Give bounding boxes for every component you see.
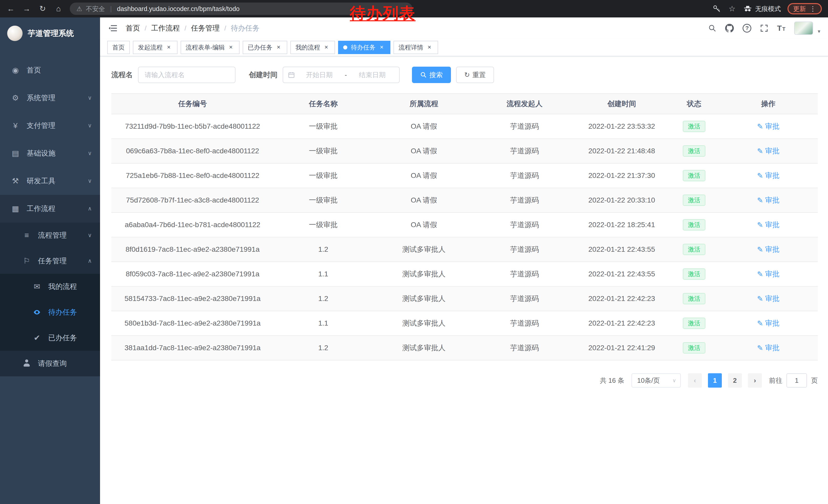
table-row: 8f0d1619-7ac8-11ec-a9e2-a2380e71991a1.2测… bbox=[111, 237, 818, 262]
edit-icon: ✎ bbox=[757, 221, 763, 229]
process-name-input[interactable] bbox=[138, 67, 236, 83]
tab-process-form-edit[interactable]: 流程表单-编辑× bbox=[180, 41, 240, 54]
person-icon bbox=[22, 359, 32, 368]
table-row: 069c6a63-7b8a-11ec-8ef0-acde48001122一级审批… bbox=[111, 139, 818, 163]
table-row: a6aba0a4-7b6d-11ec-b781-acde48001122一级审批… bbox=[111, 213, 818, 237]
prev-page-button[interactable]: ‹ bbox=[688, 373, 702, 387]
update-button[interactable]: 更新 ⋮ bbox=[787, 3, 822, 14]
forward-icon[interactable]: → bbox=[22, 5, 31, 12]
sidebar-item-leave-query[interactable]: 请假查询 bbox=[0, 351, 100, 376]
breadcrumb-current: 待办任务 bbox=[231, 23, 259, 33]
sidebar-item-process-mgmt[interactable]: ≡ 流程管理 ∨ bbox=[0, 223, 100, 248]
avatar[interactable] bbox=[794, 21, 813, 35]
tab-initiate-process[interactable]: 发起流程× bbox=[133, 41, 177, 54]
approve-link[interactable]: ✎审批 bbox=[757, 146, 779, 156]
status-badge: 激活 bbox=[683, 194, 705, 206]
search-button[interactable]: 搜索 bbox=[412, 67, 451, 83]
back-icon[interactable]: ← bbox=[6, 5, 15, 12]
breadcrumb: 首页 / 工作流程 / 任务管理 / 待办任务 bbox=[126, 23, 259, 33]
page-button-2[interactable]: 2 bbox=[728, 373, 742, 387]
close-icon[interactable]: × bbox=[275, 44, 282, 51]
tab-process-detail[interactable]: 流程详情× bbox=[394, 41, 438, 54]
tools-icon: ⚒ bbox=[10, 177, 20, 185]
chevron-down-icon: ∨ bbox=[672, 377, 676, 383]
github-icon[interactable] bbox=[725, 24, 734, 33]
chevron-down-icon: ∨ bbox=[88, 232, 92, 239]
address-bar[interactable]: ⚠ 不安全 | dashboard.yudao.iocoder.cn/bpm/t… bbox=[70, 3, 412, 15]
top-navbar: 首页 / 工作流程 / 任务管理 / 待办任务 ? bbox=[100, 17, 828, 39]
incognito-label: 无痕模式 bbox=[755, 5, 781, 13]
bookmark-star-icon[interactable]: ☆ bbox=[728, 5, 737, 12]
tab-my-processes[interactable]: 我的流程× bbox=[290, 41, 335, 54]
chevron-down-icon: ∨ bbox=[88, 95, 92, 101]
tab-home[interactable]: 首页 bbox=[107, 41, 130, 54]
sidebar-item-workflow[interactable]: ▦ 工作流程 ∧ bbox=[0, 195, 100, 223]
sidebar-item-infrastructure[interactable]: ▤ 基础设施 ∨ bbox=[0, 139, 100, 167]
browser-menu-icon[interactable]: ⋮ bbox=[810, 5, 816, 13]
monitor-icon: ▤ bbox=[10, 149, 20, 157]
sidebar-item-system-mgmt[interactable]: ⚙ 系统管理 ∨ bbox=[0, 84, 100, 112]
sidebar-item-my-processes[interactable]: ✉ 我的流程 bbox=[0, 274, 100, 300]
approve-link[interactable]: ✎审批 bbox=[757, 195, 779, 205]
col-created: 创建时间 bbox=[574, 94, 669, 114]
incognito-chip[interactable]: 无痕模式 bbox=[743, 4, 781, 13]
breadcrumb-workflow[interactable]: 工作流程 bbox=[151, 23, 180, 33]
tab-todo-tasks[interactable]: 待办任务× bbox=[338, 41, 390, 54]
tab-done-tasks[interactable]: 已办任务× bbox=[243, 41, 287, 54]
approve-link[interactable]: ✎审批 bbox=[757, 294, 779, 304]
col-process: 所属流程 bbox=[373, 94, 475, 114]
home-icon[interactable]: ⌂ bbox=[54, 5, 63, 12]
help-icon[interactable]: ? bbox=[743, 24, 751, 33]
page-button-1[interactable]: 1 bbox=[708, 373, 722, 387]
sidebar-collapse-icon[interactable] bbox=[108, 23, 118, 33]
sidebar-item-todo-tasks[interactable]: 待办任务 bbox=[0, 300, 100, 325]
next-page-button[interactable]: › bbox=[748, 373, 762, 387]
goto-page-input[interactable] bbox=[786, 373, 807, 387]
key-icon[interactable] bbox=[713, 5, 721, 13]
font-size-icon[interactable]: TT bbox=[777, 24, 785, 33]
search-icon[interactable] bbox=[708, 24, 716, 32]
warning-icon: ⚠ bbox=[76, 5, 82, 12]
close-icon[interactable]: × bbox=[323, 44, 330, 51]
edit-icon: ✎ bbox=[757, 319, 763, 328]
table-row: 725a1eb6-7b88-11ec-8ef0-acde48001122一级审批… bbox=[111, 163, 818, 188]
fullscreen-icon[interactable] bbox=[760, 24, 768, 32]
sidebar-item-done-tasks[interactable]: ✔ 已办任务 bbox=[0, 325, 100, 351]
start-date-placeholder[interactable]: 开始日期 bbox=[297, 71, 342, 80]
create-time-label: 创建时间 bbox=[249, 70, 278, 80]
calendar-icon bbox=[288, 71, 295, 79]
approve-link[interactable]: ✎审批 bbox=[757, 343, 779, 353]
col-task-name: 任务名称 bbox=[274, 94, 373, 114]
incognito-icon bbox=[743, 4, 752, 13]
table-row: 75d72608-7b7f-11ec-a3c8-acde48001122一级审批… bbox=[111, 188, 818, 213]
close-icon[interactable]: × bbox=[227, 44, 235, 51]
approve-link[interactable]: ✎审批 bbox=[757, 122, 779, 131]
status-badge: 激活 bbox=[683, 342, 705, 354]
sidebar-item-dev-tools[interactable]: ⚒ 研发工具 ∨ bbox=[0, 167, 100, 195]
status-badge: 激活 bbox=[683, 145, 705, 156]
chevron-up-icon: ∧ bbox=[88, 258, 92, 264]
approve-link[interactable]: ✎审批 bbox=[757, 318, 779, 328]
breadcrumb-home[interactable]: 首页 bbox=[126, 23, 140, 33]
page-size-select[interactable]: 10条/页 ∨ bbox=[631, 373, 681, 387]
reset-icon: ↻ bbox=[464, 71, 470, 79]
sidebar-item-payment-mgmt[interactable]: ¥ 支付管理 ∨ bbox=[0, 112, 100, 139]
close-icon[interactable]: × bbox=[426, 44, 433, 51]
reset-button[interactable]: ↻ 重置 bbox=[456, 67, 494, 83]
sidebar-item-home[interactable]: ◉ 首页 bbox=[0, 56, 100, 84]
approve-link[interactable]: ✎审批 bbox=[757, 220, 779, 230]
breadcrumb-task-mgmt[interactable]: 任务管理 bbox=[191, 23, 219, 33]
screen: ← → ↻ ⌂ ⚠ 不安全 | dashboard.yudao.iocoder.… bbox=[0, 0, 828, 504]
reload-icon[interactable]: ↻ bbox=[38, 5, 47, 12]
close-icon[interactable]: × bbox=[378, 44, 385, 51]
avatar-caret-icon[interactable]: ▾ bbox=[818, 28, 820, 35]
flag-icon: ⚐ bbox=[22, 257, 32, 265]
close-icon[interactable]: × bbox=[165, 44, 172, 51]
approve-link[interactable]: ✎审批 bbox=[757, 244, 779, 254]
status-badge: 激活 bbox=[683, 244, 705, 255]
end-date-placeholder[interactable]: 结束日期 bbox=[350, 71, 395, 80]
date-range-picker[interactable]: 开始日期 - 结束日期 bbox=[283, 67, 400, 83]
approve-link[interactable]: ✎审批 bbox=[757, 171, 779, 180]
sidebar-item-task-mgmt[interactable]: ⚐ 任务管理 ∧ bbox=[0, 248, 100, 274]
approve-link[interactable]: ✎审批 bbox=[757, 269, 779, 279]
